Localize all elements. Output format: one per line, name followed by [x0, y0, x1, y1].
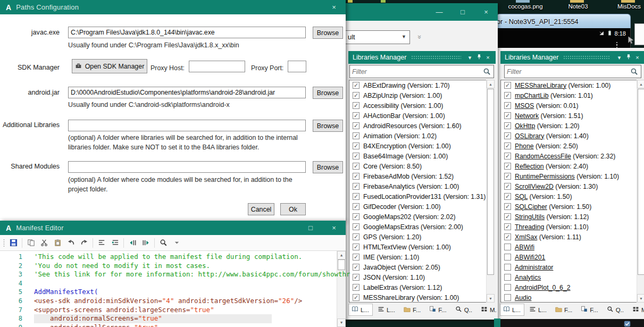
- library-item[interactable]: ✓JSON (Version: 1.10): [349, 272, 486, 282]
- library-checkbox[interactable]: ✓: [504, 223, 511, 230]
- library-item[interactable]: ✓MESShareLibrary (Version: 1.00): [501, 80, 636, 90]
- library-item[interactable]: ✓StringUtils (Version: 1.12): [501, 212, 636, 222]
- tab-folder[interactable]: 16 16">F...: [552, 304, 576, 316]
- javac-browse-button[interactable]: Browse: [313, 27, 343, 39]
- library-item[interactable]: ABWifi: [501, 242, 636, 252]
- library-item[interactable]: ✓Base64Image (Version: 1.00): [349, 151, 486, 161]
- library-item[interactable]: ✓FirebaseAnalytics (Version: 1.00): [349, 181, 486, 191]
- library-item[interactable]: ABWifi201: [501, 252, 636, 262]
- pin-icon[interactable]: 16 16">: [474, 54, 483, 61]
- library-checkbox[interactable]: ✓: [353, 244, 359, 250]
- library-item[interactable]: ✓OSLibrary (Version: 1.40): [501, 131, 636, 141]
- library-item[interactable]: ✓mpChartLib (Version: 1.01): [501, 90, 636, 100]
- panel-close-icon[interactable]: ×: [483, 54, 492, 61]
- filter-input[interactable]: [352, 66, 481, 77]
- shared-modules-input[interactable]: [68, 161, 306, 173]
- library-item[interactable]: ✓RuntimePermissions (Version: 1.10): [501, 171, 636, 181]
- library-item[interactable]: ✓OkHttp (Version: 1.20): [501, 121, 636, 131]
- tab-book[interactable]: 16 16">L...: [500, 304, 524, 316]
- library-item[interactable]: ✓IME (Version: 1.10): [349, 252, 486, 262]
- library-checkbox[interactable]: ✓: [353, 122, 359, 129]
- libraries-panel-header[interactable]: Libraries Manager ▾ 16 16"> ×: [500, 51, 644, 64]
- code-editor[interactable]: ▲ ▼ 1'This code will be applied to the m…: [0, 251, 346, 327]
- library-checkbox[interactable]: ✓: [504, 233, 511, 240]
- tab-modules[interactable]: 16 16">M: [629, 304, 644, 316]
- chevron-down-icon[interactable]: ▼: [402, 34, 406, 39]
- library-item[interactable]: Audio: [501, 292, 636, 303]
- library-checkbox[interactable]: ✓: [504, 92, 511, 99]
- tab-modules[interactable]: 16 16">M.: [478, 304, 496, 316]
- javac-path-input[interactable]: [68, 27, 306, 38]
- tab-lines[interactable]: 16 16">L...: [526, 304, 550, 316]
- emulator-titlebar[interactable]: or - Note3V5_API_21:5554: [496, 14, 631, 28]
- scroll-thumb[interactable]: [638, 89, 644, 275]
- library-checkbox[interactable]: ✓: [504, 193, 511, 200]
- library-item[interactable]: Administrator: [501, 262, 636, 272]
- scrollbar[interactable]: ▲ ▼: [486, 80, 495, 303]
- libraries-panel-header[interactable]: Libraries Manager ▾ 16 16"> ×: [348, 51, 496, 64]
- library-checkbox[interactable]: ✓: [504, 173, 511, 180]
- library-checkbox[interactable]: ✓: [353, 213, 359, 220]
- library-item[interactable]: ✓Network (Version: 1.51): [501, 111, 636, 121]
- library-checkbox[interactable]: ✓: [504, 163, 511, 170]
- ide-titlebar[interactable]: — □ ×: [346, 3, 498, 21]
- code-line[interactable]: 6<uses-sdk android:minSdkVersion="4" and…: [0, 297, 346, 306]
- scroll-down-icon[interactable]: ▼: [637, 294, 644, 303]
- library-item[interactable]: ✓GoogleMapsExtras (Version: 2.00): [349, 222, 486, 232]
- tab-book[interactable]: 16 16">L...: [348, 304, 373, 316]
- redo-icon[interactable]: [79, 238, 89, 248]
- library-checkbox[interactable]: ✓: [504, 153, 511, 160]
- menu-dots-icon[interactable]: [616, 42, 618, 48]
- library-checkbox[interactable]: ✓: [353, 112, 359, 119]
- ok-button[interactable]: Ok: [280, 203, 306, 215]
- code-line[interactable]: 9 android:smallScreens="true": [0, 323, 346, 327]
- tab-folder[interactable]: 16 16">F...: [400, 304, 424, 316]
- search-icon[interactable]: [158, 238, 168, 248]
- library-checkbox[interactable]: [504, 244, 511, 250]
- library-item[interactable]: ✓GoogleMaps202 (Version: 2.02): [349, 212, 486, 222]
- library-item[interactable]: ✓Reflection (Version: 2.40): [501, 161, 636, 171]
- library-checkbox[interactable]: ✓: [504, 102, 511, 109]
- manifest-titlebar[interactable]: A Manifest Editor □ ×: [0, 221, 346, 235]
- libraries-list[interactable]: ✓MESShareLibrary (Version: 1.00)✓mpChart…: [500, 80, 644, 303]
- library-item[interactable]: ✓ABExtDrawing (Version: 1.70): [349, 80, 486, 90]
- library-checkbox[interactable]: ✓: [504, 142, 511, 149]
- library-checkbox[interactable]: ✓: [504, 183, 511, 190]
- library-item[interactable]: ✓FusedLocationProvider131 (Version: 1.31…: [349, 191, 486, 202]
- toolbar-grip[interactable]: [3, 239, 5, 247]
- library-checkbox[interactable]: ✓: [504, 213, 511, 220]
- save-icon[interactable]: [9, 238, 18, 248]
- library-item[interactable]: ✓MSOS (Version: 0.01): [501, 100, 636, 111]
- cut-icon[interactable]: [39, 238, 49, 248]
- library-item[interactable]: ✓RandomAccessFile (Version: 2.32): [501, 151, 636, 161]
- library-item[interactable]: ✓MESShareLibrary (Version: 1.00): [349, 292, 486, 303]
- library-checkbox[interactable]: ✓: [504, 82, 511, 89]
- library-checkbox[interactable]: [504, 274, 511, 281]
- scrollbar[interactable]: ▲ ▼: [637, 80, 644, 303]
- library-item[interactable]: AndroidPlot_0_6_2: [501, 282, 636, 292]
- android-jar-input[interactable]: [68, 87, 306, 98]
- library-item[interactable]: Analytics: [501, 272, 636, 282]
- tab-lines[interactable]: 16 16">L...: [374, 304, 399, 316]
- library-checkbox[interactable]: ✓: [353, 173, 359, 180]
- code-line[interactable]: 1'This code will be applied to the manif…: [0, 253, 346, 262]
- library-checkbox[interactable]: ✓: [353, 82, 359, 89]
- library-checkbox[interactable]: ✓: [504, 112, 511, 119]
- library-checkbox[interactable]: ✓: [353, 193, 359, 200]
- close-button[interactable]: ×: [474, 3, 498, 21]
- additional-libraries-browse-button[interactable]: Browse: [313, 120, 343, 132]
- minimize-button[interactable]: —: [428, 3, 451, 21]
- caret-icon[interactable]: [172, 238, 181, 248]
- android-jar-browse-button[interactable]: Browse: [313, 87, 343, 99]
- library-checkbox[interactable]: ✓: [353, 264, 359, 271]
- shift-right-icon[interactable]: [141, 238, 150, 248]
- tab-search[interactable]: 16 16">Q..: [452, 304, 476, 316]
- code-line[interactable]: 5AddManifestText(: [0, 288, 346, 297]
- library-checkbox[interactable]: ✓: [353, 102, 359, 109]
- additional-libraries-input[interactable]: [68, 120, 306, 131]
- build-configuration-combobox[interactable]: ult ▼: [346, 30, 410, 44]
- close-button[interactable]: ×: [322, 0, 346, 14]
- scroll-up-icon[interactable]: ▲: [487, 80, 495, 88]
- library-checkbox[interactable]: ✓: [353, 132, 359, 139]
- proxy-port-input[interactable]: [288, 61, 306, 72]
